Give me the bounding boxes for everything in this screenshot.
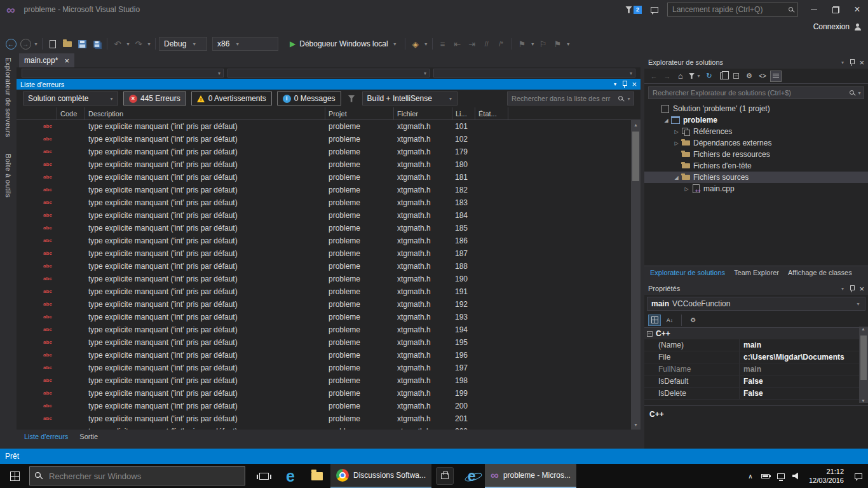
tab-error-list[interactable]: Liste d'erreurs: [19, 430, 73, 444]
tab-solution-explorer[interactable]: Explorateur de solutions: [646, 266, 729, 279]
editor-scope-dropdown[interactable]: ▾: [227, 69, 430, 78]
column-code[interactable]: Code: [57, 107, 85, 120]
error-row[interactable]: abc type explicite manquant ('int' pris …: [17, 222, 641, 234]
action-center-button[interactable]: [849, 464, 868, 488]
undo-button[interactable]: ↶: [111, 36, 125, 51]
error-row[interactable]: abc type explicite manquant ('int' pris …: [17, 349, 641, 362]
hidden-icons-button[interactable]: ∧: [743, 464, 758, 488]
window-position-icon[interactable]: ▾: [612, 81, 618, 87]
solution-configuration-dropdown[interactable]: Debug▾: [159, 37, 207, 51]
error-row[interactable]: abc type explicite manquant ('int' pris …: [17, 120, 641, 133]
error-row[interactable]: abc type explicite manquant ('int' pris …: [17, 336, 641, 349]
column-project[interactable]: Projet: [325, 107, 394, 120]
scrollbar-thumb[interactable]: [860, 336, 867, 380]
network-button[interactable]: [773, 464, 789, 488]
pending-changes-icon[interactable]: [717, 71, 728, 82]
visual-studio-window-button[interactable]: ∞ probleme - Micros...: [485, 464, 576, 488]
tab-class-view[interactable]: Affichage de classes: [783, 266, 857, 279]
clock[interactable]: 21:12 12/03/2016: [804, 467, 849, 485]
expander-icon[interactable]: ▷: [672, 140, 681, 146]
tree-item[interactable]: ◢ Fichiers sources: [644, 172, 868, 183]
error-row[interactable]: abc type explicite manquant ('int' pris …: [17, 425, 641, 430]
tree-item[interactable]: ◢ probleme: [644, 114, 868, 126]
preview-selected-items-icon[interactable]: [770, 71, 782, 82]
scroll-up-icon[interactable]: ▲: [631, 120, 641, 130]
error-scope-dropdown[interactable]: Solution complète▾: [23, 92, 118, 105]
collapse-all-icon[interactable]: [730, 71, 742, 82]
indent-increase-icon[interactable]: ⇥: [465, 36, 479, 51]
battery-button[interactable]: [758, 464, 773, 488]
indent-decrease-icon[interactable]: ⇤: [451, 36, 465, 51]
signin-label[interactable]: Connexion: [813, 22, 850, 31]
attach-icon[interactable]: ◈: [409, 36, 423, 51]
close-panel-icon[interactable]: ×: [632, 80, 637, 88]
error-row[interactable]: abc type explicite manquant ('int' pris …: [17, 209, 641, 222]
expander-icon[interactable]: ◢: [662, 118, 670, 123]
error-row[interactable]: abc type explicite manquant ('int' pris …: [17, 184, 641, 196]
tree-item[interactable]: Fichiers d'en-tête: [644, 160, 868, 172]
scroll-up-icon[interactable]: ▲: [861, 327, 865, 331]
expander-icon[interactable]: ▷: [682, 186, 691, 192]
restore-button[interactable]: [825, 1, 846, 18]
internet-explorer-button[interactable]: e: [458, 464, 485, 488]
alphabetical-sort-icon[interactable]: A↓: [663, 315, 676, 326]
open-file-button[interactable]: [60, 36, 74, 51]
store-button[interactable]: [431, 464, 458, 488]
sync-with-active-document-icon[interactable]: ↻: [703, 71, 715, 82]
navigate-dropdown-icon[interactable]: ▾: [33, 41, 39, 47]
window-position-icon[interactable]: ▾: [839, 60, 845, 65]
next-bookmark-icon[interactable]: ⚑: [551, 36, 565, 51]
scroll-down-icon[interactable]: ▼: [631, 420, 641, 430]
server-explorer-rail-tab[interactable]: Explorateur de serveurs: [4, 57, 12, 137]
properties-scrollbar[interactable]: ▲ ▼: [859, 327, 868, 403]
object-selector-dropdown[interactable]: main VCCodeFunction ▾: [647, 297, 865, 311]
new-file-button[interactable]: [46, 36, 60, 51]
error-row[interactable]: abc type explicite manquant ('int' pris …: [17, 285, 641, 298]
error-search-input[interactable]: [507, 92, 634, 105]
error-row[interactable]: abc type explicite manquant ('int' pris …: [17, 146, 641, 158]
task-view-button[interactable]: [250, 464, 277, 488]
tab-team-explorer[interactable]: Team Explorer: [729, 266, 783, 279]
collapse-section-icon[interactable]: [647, 331, 653, 337]
redo-dropdown-icon[interactable]: ▾: [146, 41, 152, 47]
column-description[interactable]: Description: [85, 107, 325, 120]
close-button[interactable]: ×: [846, 1, 868, 18]
error-row[interactable]: abc type explicite manquant ('int' pris …: [17, 362, 641, 374]
home-icon[interactable]: ⌂: [675, 71, 686, 82]
error-row[interactable]: abc type explicite manquant ('int' pris …: [17, 273, 641, 285]
redo-button[interactable]: ↷: [132, 36, 146, 51]
tree-item[interactable]: ▷ Dépendances externes: [644, 137, 868, 149]
uncomment-icon[interactable]: /*: [494, 36, 508, 51]
edge-button[interactable]: e: [277, 464, 304, 488]
tree-item[interactable]: ▷ Références: [644, 126, 868, 137]
tree-item[interactable]: Fichiers de ressources: [644, 149, 868, 160]
tree-item[interactable]: Solution 'probleme' (1 projet): [644, 103, 868, 114]
start-button[interactable]: [0, 464, 29, 488]
vertical-scrollbar[interactable]: ▲ ▼: [631, 120, 641, 430]
start-debugging-button[interactable]: ▶ Débogueur Windows local ▾: [286, 36, 402, 51]
filter-icon[interactable]: [348, 95, 355, 102]
expander-icon[interactable]: ◢: [672, 175, 681, 180]
scope-filter-icon[interactable]: ▾: [688, 71, 702, 82]
notifications-button[interactable]: 2: [625, 6, 642, 14]
file-explorer-button[interactable]: [304, 464, 330, 488]
forward-icon[interactable]: →: [661, 71, 673, 82]
toolbox-rail-tab[interactable]: Boîte à outils: [4, 154, 12, 198]
warnings-filter-button[interactable]: 0 Avertissements: [191, 92, 272, 105]
taskbar-search-input[interactable]: [29, 466, 245, 485]
user-account-icon[interactable]: [854, 24, 862, 30]
editor-member-dropdown[interactable]: ▾: [433, 69, 635, 78]
volume-button[interactable]: [789, 464, 804, 488]
scroll-down-icon[interactable]: ▼: [861, 398, 865, 403]
error-row[interactable]: abc type explicite manquant ('int' pris …: [17, 158, 641, 171]
property-row[interactable]: (Name) main: [644, 339, 868, 351]
error-row[interactable]: abc type explicite manquant ('int' pris …: [17, 387, 641, 400]
property-row[interactable]: IsDelete False: [644, 388, 868, 400]
property-row[interactable]: File c:\Users\Migdar\Documents: [644, 351, 868, 363]
tab-output[interactable]: Sortie: [74, 430, 103, 444]
solution-search-input[interactable]: [648, 86, 864, 99]
close-panel-icon[interactable]: ×: [859, 285, 864, 293]
undo-dropdown-icon[interactable]: ▾: [125, 41, 131, 47]
error-row[interactable]: abc type explicite manquant ('int' pris …: [17, 374, 641, 387]
tree-item[interactable]: ▷ main.cpp: [644, 183, 868, 194]
